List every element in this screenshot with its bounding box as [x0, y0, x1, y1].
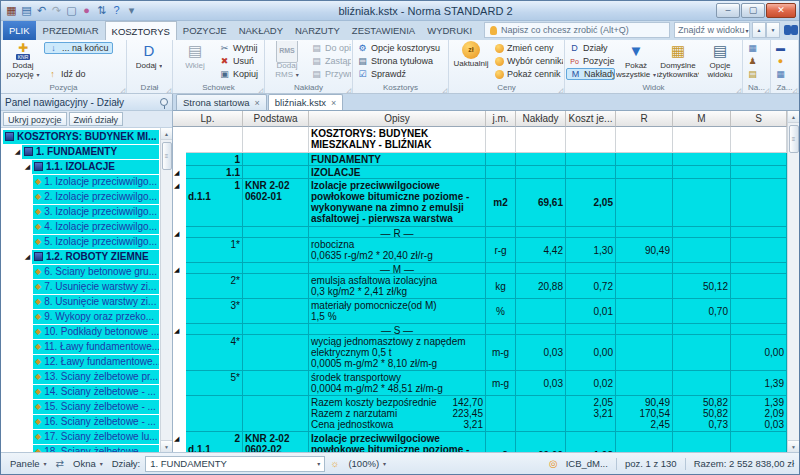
ribbon-button[interactable]: DDziały: [566, 42, 615, 54]
ribbon-button[interactable]: ▤Zastąp: [308, 55, 351, 67]
tree-item[interactable]: ◢1.2. ROBOTY ZIEMNE: [1, 249, 159, 264]
panels-menu[interactable]: Panele▾: [6, 457, 51, 470]
close-button[interactable]: ✕: [766, 3, 796, 18]
section-combobox[interactable]: 1. FUNDAMENTY▾: [145, 456, 325, 472]
find-in-view-box[interactable]: Znajdź w widoku▾: [674, 22, 750, 38]
tree-item[interactable]: ◆8. Usunięcie warstwy zi...: [1, 294, 159, 309]
tree-item[interactable]: ◢1.1. IZOLACJE: [1, 159, 159, 174]
app-icon[interactable]: ▦: [4, 3, 19, 18]
ribbon-button[interactable]: ▼Pokaż wszystkie ▾: [615, 41, 657, 81]
tab-close-icon[interactable]: ×: [331, 98, 336, 108]
tree-item[interactable]: ◆14. Ściany żelbetowe - ...: [1, 384, 159, 399]
theme-icon[interactable]: ●: [79, 3, 94, 18]
help-icon[interactable]: ?: [109, 3, 124, 18]
ribbon-button[interactable]: ▤Strona tytułowa: [354, 55, 443, 67]
ribbon-button[interactable]: ↑Idź do: [44, 68, 113, 80]
tree-item[interactable]: ◆16. Ściany żelbetowe - ...: [1, 414, 159, 429]
tellme-box[interactable]: Napisz co chcesz zrobić (Alt+Q): [484, 22, 670, 38]
ribbon-button[interactable]: ▤Przywróć▾: [308, 68, 351, 80]
dialog-launcher-icon[interactable]: ◿: [764, 86, 769, 93]
dialog-launcher-icon[interactable]: ◿: [736, 86, 741, 93]
ribbon-tab[interactable]: NARZUTY: [289, 21, 346, 40]
hide-positions-button[interactable]: Ukryj pozycje: [3, 112, 67, 126]
zoom-control[interactable]: (100%)▾: [344, 457, 390, 470]
ribbon-button[interactable]: ●: [772, 55, 789, 67]
tree-item[interactable]: ◆18. Ściany żelbetowe - ...: [1, 444, 159, 452]
dialog-launcher-icon[interactable]: ◿: [558, 86, 563, 93]
scroll-down-icon[interactable]: ▼: [788, 440, 800, 452]
ribbon-button[interactable]: Wybór cennika: [492, 55, 563, 67]
column-header[interactable]: Opisy: [309, 111, 486, 127]
document-tab[interactable]: bliźniak.kstx×: [268, 94, 343, 110]
undo-icon[interactable]: ↶: [34, 3, 49, 18]
table-row[interactable]: ◢1.1IZOLACJE: [173, 166, 787, 179]
expander-icon[interactable]: ◢: [23, 253, 32, 261]
ribbon-button[interactable]: ▬: [772, 42, 789, 54]
dialog-launcher-icon[interactable]: ◿: [258, 86, 263, 93]
find-next-button[interactable]: ▼: [766, 22, 780, 38]
minimize-button[interactable]: –: [716, 3, 740, 18]
qat-overflow-icon[interactable]: ▾: [124, 3, 139, 18]
dialog-launcher-icon[interactable]: ◿: [346, 86, 351, 93]
adjust-icon[interactable]: ⇅: [94, 3, 109, 18]
tree-item[interactable]: ◆17. Ściany żelbetowe lu...: [1, 429, 159, 444]
ribbon-button[interactable]: ▦: [744, 42, 761, 54]
tree-item[interactable]: ◆11. Ławy fundamentowe...: [1, 339, 159, 354]
ribbon-tab[interactable]: ZESTAWIENIA: [346, 21, 421, 40]
ribbon-button[interactable]: ☑Sprawdź: [354, 68, 443, 80]
dialog-launcher-icon[interactable]: ◿: [792, 86, 797, 93]
column-header[interactable]: R: [616, 111, 673, 127]
ribbon-button[interactable]: ▤Do opisu: [308, 42, 351, 54]
tree-item[interactable]: ◆6. Ściany betonowe gru...: [1, 264, 159, 279]
ribbon-button[interactable]: Zmień ceny: [492, 42, 563, 54]
dialog-launcher-icon[interactable]: ◿: [442, 86, 447, 93]
dialog-launcher-icon[interactable]: ◿: [120, 86, 125, 93]
ribbon-button[interactable]: ✚KNRDodaj pozycję ▾: [2, 41, 44, 81]
tree-item[interactable]: ◆12. Ławy fundamentowe...: [1, 354, 159, 369]
tree-item[interactable]: ◆13. Ściany żelbetowe pr...: [1, 369, 159, 384]
table-row[interactable]: ◢— R —: [173, 227, 787, 238]
table-row[interactable]: KOSZTORYS: BUDYNEK MIESZKALNY - BLIŹNIAK: [173, 127, 787, 153]
pricebase-label[interactable]: ICB_dM...: [566, 458, 608, 469]
tree-scrollbar[interactable]: ▲ ▼: [160, 128, 172, 452]
ribbon-button[interactable]: złUaktualnij: [450, 41, 492, 81]
scroll-thumb[interactable]: [789, 125, 799, 153]
column-header[interactable]: Lp.: [173, 111, 243, 127]
table-scrollbar[interactable]: ▲ ▼: [787, 111, 799, 452]
ribbon-button[interactable]: ✖Usuń: [216, 55, 261, 67]
ribbon-button[interactable]: ♟: [744, 55, 761, 67]
table-row[interactable]: 5*środek transportowy0,0004 m-g/m2 * 48,…: [173, 371, 787, 396]
ribbon-button[interactable]: ▦Domyślne użytkownika* ▾: [657, 41, 699, 81]
ribbon-button[interactable]: Pokaż cennik: [492, 68, 563, 80]
redo-icon[interactable]: ↷: [49, 3, 64, 18]
ribbon-button[interactable]: ⚙Opcje kosztorysu: [354, 42, 443, 54]
column-header[interactable]: M: [673, 111, 731, 127]
tree-item[interactable]: ◆9. Wykopy oraz przeko...: [1, 309, 159, 324]
tree-item[interactable]: ◆15. Ściany żelbetowe - ...: [1, 399, 159, 414]
ribbon-button[interactable]: RMSDodaj RMS ▾: [266, 41, 308, 81]
table-row[interactable]: ◢— M —: [173, 263, 787, 274]
table-row[interactable]: 4*wyciąg jednomasztowy z napędem elektry…: [173, 335, 787, 371]
column-header[interactable]: Koszt je...: [566, 111, 616, 127]
tree-item[interactable]: ◆1. Izolacje przeciwwilgo...: [1, 174, 159, 189]
ribbon-button[interactable]: ▦: [772, 68, 789, 80]
column-header[interactable]: Nakłady: [516, 111, 566, 127]
table-row[interactable]: 1FUNDAMENTY: [173, 153, 787, 166]
document-tab[interactable]: Strona startowa×: [176, 94, 267, 110]
tree-item[interactable]: ◆3. Izolacje przeciwwilgo...: [1, 204, 159, 219]
binoculars-icon[interactable]: [783, 22, 799, 38]
tree-item[interactable]: ◆2. Izolacje przeciwwilgo...: [1, 189, 159, 204]
ribbon-button[interactable]: ✂Wytnij: [216, 42, 261, 54]
save-icon[interactable]: ▤: [19, 3, 34, 18]
tree-item[interactable]: ◢1. FUNDAMENTY: [1, 144, 159, 159]
scroll-down-icon[interactable]: ▼: [161, 440, 173, 452]
ribbon-button[interactable]: ▤Opcje widoku: [699, 41, 741, 81]
table-row[interactable]: Razem koszty bezpośrednie142,70Razem z n…: [173, 396, 787, 432]
ribbon-button[interactable]: PoPozycje: [566, 55, 615, 67]
scroll-up-icon[interactable]: ▲: [788, 111, 800, 123]
ribbon-button[interactable]: ▣Kopiuj: [216, 68, 261, 80]
ribbon-tab[interactable]: KOSZTORYS: [105, 21, 177, 40]
ribbon-tab[interactable]: PRZEDMIAR: [37, 21, 105, 40]
expander-icon[interactable]: ◢: [13, 148, 22, 156]
windows-menu[interactable]: Okna▾: [69, 457, 107, 470]
